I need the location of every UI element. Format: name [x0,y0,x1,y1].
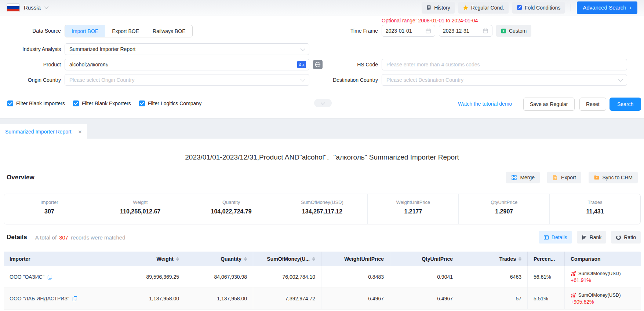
filter-checkboxes: Filter Blank Importers Filter Blank Expo… [7,100,201,106]
export-label: Export [561,175,576,180]
table-header: Importer Weight Quantity SumOfMoney(U...… [4,252,641,266]
sort-icon[interactable] [312,257,315,261]
filter-logitics-company-checkbox[interactable]: Filter Logitics Company [139,100,201,106]
save-as-regular-button[interactable]: Save as Regular [523,98,575,111]
origin-country-select[interactable]: Please select Origin Country [65,74,309,86]
column-header-sum-of-money[interactable]: SumOfMoney(U... [253,252,321,266]
synonym-icon[interactable] [313,60,323,69]
filter-blank-exporters-checkbox[interactable]: Filter Blank Exporters [73,100,131,106]
view-ratio-button[interactable]: Ratio [611,231,641,244]
translate-icon[interactable]: A [297,61,306,68]
importer-name[interactable]: ООО "ЛАБ ИНДАСТРИЗ" [10,296,69,301]
column-label: SumOfMoney(U... [267,256,310,262]
fold-conditions-button[interactable]: Fold Conditions [512,2,565,14]
chevron-down-icon [321,100,325,105]
tab-summarized-importer-report[interactable]: Summarized Importer Report × [0,124,87,139]
industry-analysis-select[interactable]: Summarized Importer Report [65,43,309,55]
stat-weight-unit-price: WeightUnitPrice1.2177 [367,194,458,224]
stat-sum-of-money: SumOfMoney(USD)134,257,117.12 [277,194,368,224]
view-details-button[interactable]: Details [539,231,572,244]
column-header-weight[interactable]: Weight [116,252,185,266]
stat-label: QtyUnitPrice [459,200,549,205]
column-label: Importer [10,256,30,262]
end-date-input[interactable]: 2023-12-31 [439,25,492,37]
copy-icon[interactable] [72,296,77,301]
country-selector[interactable]: Russia [7,3,48,12]
merge-icon [511,175,517,180]
history-button[interactable]: History [422,2,455,14]
cell-value: 0.8483 [368,274,384,280]
industry-analysis-value: Summarized Importer Report [69,46,136,52]
custom-range-button[interactable]: Custom [496,25,531,37]
view-rank-label: Rank [590,234,602,240]
tab-import-boe[interactable]: Import BOE [65,25,105,37]
report-title: 2023/01/01-2023/12/31,Product AND"alcoho… [0,153,644,162]
view-details-label: Details [552,234,567,240]
cell-value: 56.61% [534,274,551,280]
overview-actions: Merge Export Sync to CRM [506,172,638,183]
regular-cond-button[interactable]: Regular Cond. [458,2,509,14]
tab-label: Export BOE [112,28,139,34]
reset-button[interactable]: Reset [579,98,606,111]
weight-cell: 1,137,958.00 [116,288,185,309]
origin-country-placeholder: Please select Origin Country [69,77,134,83]
collapse-conditions-button[interactable] [314,99,332,107]
tab-export-boe[interactable]: Export BOE [105,25,146,37]
search-button[interactable]: Search [610,98,641,111]
sort-icon[interactable] [176,257,179,261]
filter-label: Filter Blank Exporters [82,100,131,106]
stat-label: WeightUnitPrice [368,200,458,205]
sync-to-crm-button[interactable]: Sync to CRM [589,172,638,183]
export-button[interactable]: Export [547,172,581,183]
sort-icon[interactable] [244,257,247,261]
optional-range-note: Optional range: 2008-01-01 to 2024-01-04 [382,18,478,23]
hs-code-input[interactable] [382,59,627,70]
svg-text:A: A [302,63,305,67]
importer-cell: ООО "ЛАБ ИНДАСТРИЗ" [4,288,116,309]
save-as-regular-label: Save as Regular [530,101,568,107]
weight-cell: 89,596,369.25 [116,266,185,288]
sort-icon[interactable] [519,257,521,261]
quantity-cell: 1,137,958.00 [185,288,253,309]
stat-label: Importer [4,200,95,205]
view-rank-button[interactable]: Rank [577,231,607,244]
history-icon [426,5,432,10]
calendar-icon [483,28,488,34]
close-icon[interactable]: × [78,129,82,135]
merge-button[interactable]: Merge [506,172,540,183]
column-header-quantity[interactable]: Quantity [185,252,253,266]
merge-label: Merge [520,175,535,180]
origin-country-label: Origin Country [0,74,61,86]
cell-value: 1,137,958.00 [149,296,179,301]
stat-quantity: Quantity104,022,724.79 [186,194,277,224]
tab-title: Summarized Importer Report [5,129,72,135]
start-date-value: 2023-01-01 [386,28,412,34]
stat-weight: Weight110,255,012.67 [95,194,186,224]
star-icon [463,5,469,11]
fold-icon [517,5,522,10]
importer-name[interactable]: ООО "ОАЗИС" [10,274,44,280]
regular-cond-label: Regular Cond. [471,5,504,11]
custom-label: Custom [509,28,527,34]
trades-cell: 6463 [459,266,528,288]
start-date-input[interactable]: 2023-01-01 [382,25,435,37]
industry-analysis-label: Industry Analysis [0,43,61,55]
weight-unit-price-cell: 6.4967 [321,288,390,309]
filter-blank-importers-checkbox[interactable]: Filter Blank Importers [7,100,65,106]
history-label: History [434,5,450,11]
product-input[interactable] [65,59,309,70]
copy-icon[interactable] [47,274,52,279]
destination-country-select[interactable]: Please select Destination Country [382,74,627,86]
column-header-trades[interactable]: Trades [459,252,528,266]
cell-value: 76,002,784.10 [282,274,315,280]
tab-railways-boe[interactable]: Railways BOE [146,25,192,37]
tutorial-demo-link[interactable]: Watch the tutorial demo [458,101,512,107]
overview-row: Overview Merge Export Sync to CRM [7,172,638,183]
export-icon [552,175,558,180]
result-tab-strip: Summarized Importer Report × [0,118,644,139]
details-table-icon [543,235,549,240]
search-form: Optional range: 2008-01-01 to 2024-01-04… [0,15,644,118]
app-window: Russia History Regular Cond. Fold Condit… [0,0,644,311]
table-row: ООО "ОАЗИС" 89,596,369.25 84,067,930.98 … [4,266,641,288]
advanced-search-button[interactable]: Advanced Search › [577,1,637,14]
